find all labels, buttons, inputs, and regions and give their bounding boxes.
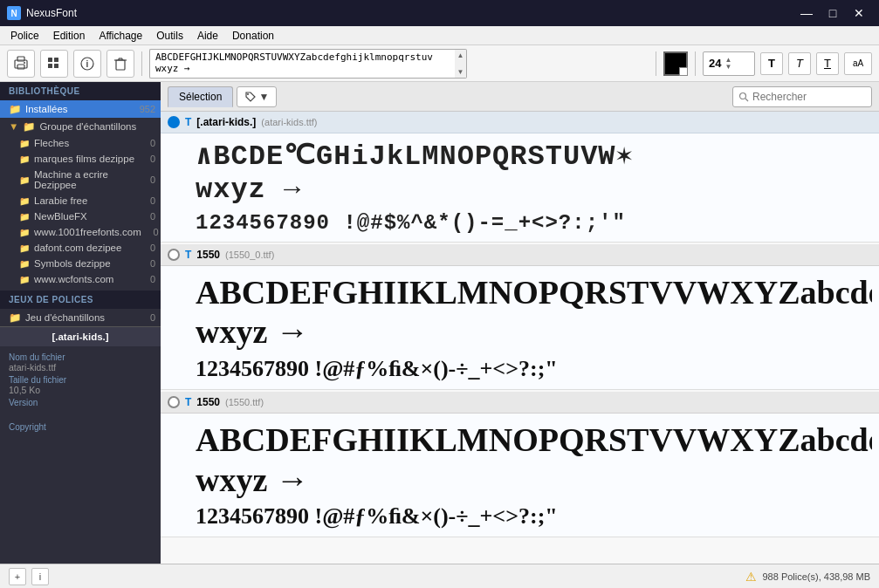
sidebar-item-group[interactable]: ▼ 📁 Groupe d'échantillons — [0, 118, 161, 135]
text-input-container: ABCDEFGHIJKLMNOPQRSTUVWXYZabcdefghijklmn… — [149, 49, 649, 79]
sidebar-item-larabie[interactable]: 📁 Larabie free 0 — [0, 193, 161, 209]
1001fonts-count: 0 — [141, 227, 159, 237]
scroll-down-arrow[interactable]: ▼ — [457, 68, 464, 76]
toolbar-separator — [141, 51, 142, 76]
larabie-count: 0 — [138, 195, 155, 206]
font-entry-header-atari: T [.atari-kids.] (atari-kids.ttf) — [161, 112, 879, 133]
atari-font-file: (atari-kids.ttf) — [261, 117, 317, 127]
filename-value: atari-kids.ttf — [9, 362, 152, 373]
add-button[interactable]: + — [9, 568, 26, 585]
sidebar-item-1001fonts[interactable]: 📁 www.1001freefonts.com 0 — [0, 224, 161, 240]
menu-edition[interactable]: Edition — [46, 28, 93, 44]
window-controls: — □ ✕ — [793, 0, 872, 26]
copyright-value — [9, 432, 152, 444]
win-icon-1550-0: T — [185, 249, 191, 261]
1550-ttf-preview-line1: ABCDEFGHIIKLMNOPQRSTVVWXYZabcdefghijklm — [196, 420, 872, 461]
font-entry-header-1550-0: T 1550 (1550_0.ttf) — [161, 244, 879, 266]
scroll-up-arrow[interactable]: ▲ — [457, 51, 464, 59]
machine-label: Machine a ecrire Dezippee — [34, 169, 138, 190]
grid-button[interactable] — [40, 50, 68, 78]
selected-font-display: [.atari-kids.] — [0, 326, 161, 346]
tag-button[interactable]: ▼ — [237, 86, 277, 107]
1550-ttf-radio[interactable] — [168, 396, 180, 408]
atari-radio[interactable] — [168, 116, 180, 128]
installed-label: Installées — [25, 104, 68, 114]
atari-font-name: [.atari-kids.] — [196, 116, 256, 128]
sidebar-item-newbluefx[interactable]: 📁 NewBlueFX 0 — [0, 209, 161, 224]
svg-rect-6 — [48, 58, 52, 62]
sidebar-item-machine[interactable]: 📁 Machine a ecrire Dezippee 0 — [0, 167, 161, 193]
statusbar-right: ⚠ 988 Police(s), 438,98 MB — [745, 570, 870, 584]
minimize-button[interactable]: — — [793, 0, 820, 26]
sidebar-item-fleches[interactable]: 📁 Fleches 0 — [0, 135, 161, 151]
svg-rect-7 — [54, 58, 58, 62]
wcfonts-icon: 📁 — [19, 275, 30, 284]
font-entry-1550-0: T 1550 (1550_0.ttf) ABCDEFGHIIKLMNOPQRST… — [161, 244, 879, 390]
print-button[interactable] — [7, 50, 35, 78]
wcfonts-label: www.wcfonts.com — [34, 274, 113, 284]
font-entry-header-1550-ttf: T 1550 (1550.ttf) — [161, 392, 879, 414]
menu-donation[interactable]: Donation — [225, 28, 281, 44]
size-toggle-button[interactable]: aA — [844, 52, 872, 75]
library-section-header: BIBLIOTHÈQUE — [0, 82, 161, 100]
1550-ttf-preview-special: 1234567890 !@#ƒ%ﬁ&×()-÷_+<>?:;" — [196, 503, 872, 530]
sidebar-item-installed-left: 📁 Installées — [9, 103, 68, 115]
search-input[interactable] — [752, 91, 866, 103]
maximize-button[interactable]: □ — [820, 0, 846, 26]
bold-button[interactable]: T — [760, 52, 783, 75]
filesize-label: Taille du fichier — [9, 375, 152, 385]
1550-0-radio[interactable] — [168, 249, 180, 261]
status-info-button[interactable]: i — [31, 568, 49, 585]
sidebar-item-dafont[interactable]: 📁 dafont.com dezipee 0 — [0, 240, 161, 256]
group-folder-icon: 📁 — [23, 120, 35, 133]
menu-outils[interactable]: Outils — [149, 28, 190, 44]
tag-arrow: ▼ — [258, 91, 269, 103]
sidebar-item-sample[interactable]: 📁 Jeu d'échantillons 0 — [0, 309, 161, 326]
toolbar: i ABCDEFGHIJKLMNOPQRSTUVWXYZabcdefghijkl… — [0, 45, 879, 82]
color-picker[interactable] — [663, 51, 688, 76]
symbols-label: Symbols dezippe — [34, 258, 111, 269]
trash-button[interactable] — [106, 50, 134, 78]
font-size-selector[interactable]: 24 ▲ ▼ — [703, 51, 755, 76]
svg-rect-12 — [116, 60, 125, 70]
dafont-icon: 📁 — [19, 243, 30, 253]
app-title: NexusFont — [26, 7, 77, 19]
sample-count: 0 — [138, 312, 155, 323]
font-entry-atari-kids: T [.atari-kids.] (atari-kids.ttf) ∧BCDE℃… — [161, 112, 879, 243]
sidebar-item-symbols[interactable]: 📁 Symbols dezippe 0 — [0, 256, 161, 271]
status-text: 988 Police(s), 438,98 MB — [762, 571, 870, 582]
menu-aide[interactable]: Aide — [190, 28, 225, 44]
1550-ttf-font-name: 1550 — [196, 396, 220, 408]
preview-text-input[interactable]: ABCDEFGHIJKLMNOPQRSTUVWXYZabcdefghijklmn… — [149, 49, 455, 79]
wcfonts-count: 0 — [138, 274, 155, 284]
sample-icon: 📁 — [9, 311, 21, 324]
sidebar-item-marques[interactable]: 📁 marques films dezippe 0 — [0, 151, 161, 167]
italic-button[interactable]: T — [788, 52, 811, 75]
underline-button[interactable]: T — [816, 52, 839, 75]
toolbar-separator-2 — [656, 51, 656, 76]
close-button[interactable]: ✕ — [846, 0, 872, 26]
app-icon: N — [7, 6, 21, 20]
menubar: Police Edition Affichage Outils Aide Don… — [0, 26, 879, 45]
1550-0-font-file: (1550_0.ttf) — [225, 250, 274, 260]
size-down-arrow[interactable]: ▼ — [724, 64, 731, 71]
atari-preview-special: 1234567890 !@#$%^&*()-=_+<>?:;'" — [196, 211, 872, 235]
text-input-scrollbar[interactable]: ▲ ▼ — [455, 49, 467, 79]
menu-affichage[interactable]: Affichage — [92, 28, 149, 44]
menu-police[interactable]: Police — [3, 28, 46, 44]
sidebar-item-installed[interactable]: 📁 Installées 952 — [0, 100, 161, 118]
1550-0-preview-special: 1234567890 !@#ƒ%ﬁ&×()-÷_+<>?:;" — [196, 356, 872, 382]
search-box — [732, 86, 872, 107]
fleches-count: 0 — [138, 138, 155, 148]
filesize-value: 10,5 Ko — [9, 385, 152, 395]
larabie-icon: 📁 — [19, 196, 30, 206]
tab-selection[interactable]: Sélection — [168, 86, 233, 107]
symbols-icon: 📁 — [19, 259, 30, 269]
sidebar-item-wcfonts[interactable]: 📁 www.wcfonts.com 0 — [0, 271, 161, 287]
statusbar: + i ⚠ 988 Police(s), 438,98 MB — [0, 564, 879, 588]
info-button[interactable]: i — [73, 50, 101, 78]
1550-ttf-font-preview: ABCDEFGHIIKLMNOPQRSTVVWXYZabcdefghijklm … — [161, 414, 879, 537]
version-value — [9, 407, 152, 420]
warning-icon: ⚠ — [745, 570, 757, 584]
svg-point-5 — [24, 62, 25, 64]
